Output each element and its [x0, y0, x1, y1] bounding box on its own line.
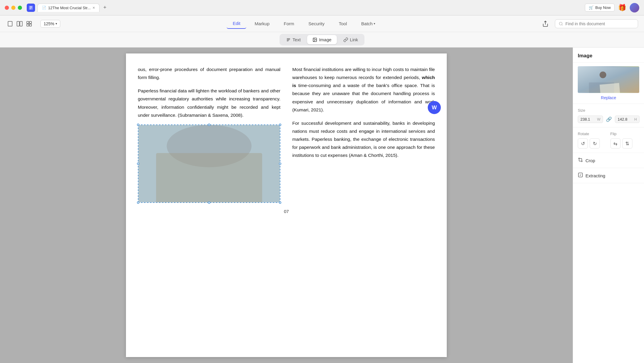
svg-rect-0: [8, 21, 12, 26]
buy-now-button[interactable]: 🛒 Buy Now: [585, 4, 615, 12]
batch-dropdown-icon: ▾: [374, 22, 375, 25]
left-text-top: ous, error-prone procedures of document …: [138, 65, 280, 119]
flip-label: Flip: [610, 132, 640, 136]
search-input[interactable]: [566, 21, 634, 26]
handle-top-right[interactable]: [279, 124, 281, 126]
document-image: [138, 125, 280, 202]
rotate-left-button[interactable]: ↺: [578, 138, 588, 149]
rotate-group: Rotate ↺ ↻: [578, 132, 607, 149]
minimize-button[interactable]: [11, 6, 15, 10]
zoom-control[interactable]: 125% ▾: [40, 20, 60, 28]
svg-rect-5: [27, 24, 29, 26]
maximize-button[interactable]: [18, 6, 22, 10]
selected-image-container[interactable]: [138, 124, 280, 203]
user-avatar[interactable]: [630, 3, 639, 12]
nav-tabs: Edit Markup Form Security Tool Batch ▾: [67, 18, 541, 29]
rotate-flip-section: Rotate ↺ ↻ Flip ⇆ ⇅: [573, 127, 644, 153]
document-page: W ous, error-prone procedures of documen…: [126, 53, 447, 357]
svg-rect-10: [138, 127, 280, 201]
tab-image[interactable]: Image: [307, 35, 337, 44]
svg-point-11: [194, 142, 208, 157]
svg-rect-14: [138, 183, 280, 200]
tab-favicon: 📄: [42, 6, 46, 10]
rotate-label: Rotate: [578, 132, 607, 136]
left-column: ous, error-prone procedures of document …: [138, 65, 280, 203]
handle-mid-left[interactable]: [137, 162, 139, 165]
crop-action[interactable]: Crop: [573, 153, 644, 168]
view-tabs-group: Text Image Link: [280, 34, 365, 45]
w-watermark-icon: W: [428, 101, 441, 114]
tab-form[interactable]: Form: [278, 19, 300, 29]
main-toolbar: 125% ▾ Edit Markup Form Security Tool Ba…: [0, 15, 644, 32]
tab-text[interactable]: Text: [281, 35, 306, 44]
crop-icon: [578, 157, 583, 164]
svg-rect-1: [17, 21, 19, 26]
tab-close-button[interactable]: ✕: [92, 6, 95, 10]
add-tab-button[interactable]: +: [101, 4, 109, 12]
flip-buttons: ⇆ ⇅: [610, 138, 640, 149]
tab-security[interactable]: Security: [302, 19, 330, 29]
link-icon: [343, 37, 348, 42]
size-link-icon[interactable]: 🔗: [605, 116, 613, 122]
tab-batch[interactable]: Batch ▾: [355, 19, 381, 29]
doc-columns: ous, error-prone procedures of document …: [138, 65, 435, 203]
image-icon: [312, 37, 317, 42]
handle-bottom-mid[interactable]: [208, 201, 210, 204]
search-box[interactable]: [555, 19, 638, 28]
toolbar-right: [541, 19, 638, 29]
panel-image-preview: Replace: [573, 63, 644, 104]
size-height-field[interactable]: H: [615, 116, 640, 123]
view-tabs-bar: Text Image Link: [0, 32, 644, 48]
extracting-action[interactable]: Extracting: [573, 168, 644, 183]
current-tab[interactable]: 📄 12The Most Crucial Str... ✕: [37, 4, 100, 12]
flip-horizontal-button[interactable]: ⇆: [610, 138, 621, 149]
size-width-field[interactable]: W: [578, 116, 603, 123]
flip-vertical-button[interactable]: ⇅: [622, 138, 632, 149]
window-controls: [5, 6, 22, 10]
size-width-input[interactable]: [580, 117, 596, 121]
size-row: W 🔗 H: [578, 116, 639, 123]
titlebar: 📄 12The Most Crucial Str... ✕ + 🛒 Buy No…: [0, 0, 644, 15]
cart-icon: 🛒: [589, 5, 594, 10]
handle-bottom-right[interactable]: [279, 201, 281, 204]
size-section: Size W 🔗 H: [573, 104, 644, 127]
size-label: Size: [578, 108, 639, 113]
panel-title: Image: [573, 48, 644, 63]
tab-edit[interactable]: Edit: [227, 18, 246, 29]
tab-tool[interactable]: Tool: [333, 19, 353, 29]
size-height-input[interactable]: [618, 117, 633, 121]
width-label: W: [597, 117, 600, 121]
replace-button[interactable]: Replace: [578, 95, 639, 100]
tab-link[interactable]: Link: [338, 35, 364, 44]
handle-bottom-left[interactable]: [137, 201, 139, 204]
svg-rect-12: [167, 172, 223, 202]
titlebar-right: 🛒 Buy Now 🎁: [585, 3, 639, 12]
handle-top-left[interactable]: [137, 124, 139, 126]
svg-rect-4: [29, 21, 31, 23]
zoom-dropdown-icon: ▾: [56, 22, 57, 25]
document-area: W ous, error-prone procedures of documen…: [0, 48, 573, 363]
svg-rect-16: [200, 179, 241, 202]
share-button[interactable]: [541, 19, 550, 29]
svg-point-7: [559, 22, 562, 25]
close-button[interactable]: [5, 6, 9, 10]
image-svg: [138, 125, 280, 202]
tab-title: 12The Most Crucial Str...: [48, 6, 91, 10]
tab-markup[interactable]: Markup: [249, 19, 275, 29]
handle-mid-right[interactable]: [279, 162, 281, 165]
grid-view[interactable]: [25, 20, 33, 28]
buy-now-label: Buy Now: [595, 5, 611, 10]
main-content: W ous, error-prone procedures of documen…: [0, 48, 644, 363]
preview-svg: [578, 66, 639, 93]
single-page-view[interactable]: [6, 20, 14, 28]
svg-rect-6: [29, 24, 31, 26]
rotate-right-button[interactable]: ↻: [590, 138, 600, 149]
page-number: 07: [138, 209, 435, 214]
gift-icon[interactable]: 🎁: [618, 4, 626, 12]
layout-icons: [6, 20, 33, 28]
rotate-flip-row: Rotate ↺ ↻ Flip ⇆ ⇅: [578, 132, 639, 149]
preview-image: [578, 66, 639, 93]
two-page-view[interactable]: [15, 20, 24, 28]
extracting-icon: [578, 172, 583, 179]
handle-top-mid[interactable]: [208, 124, 210, 126]
